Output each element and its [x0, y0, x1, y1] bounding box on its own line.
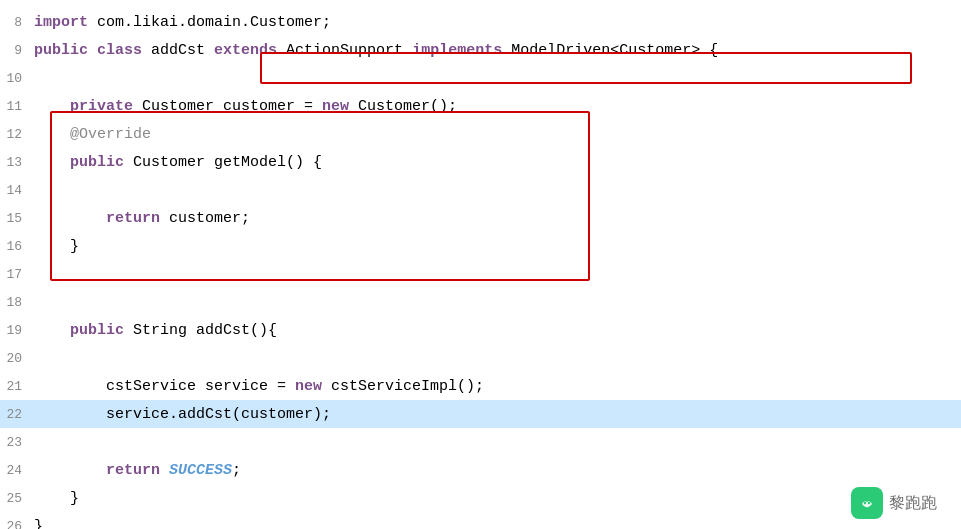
- code-line-12: 12 @Override: [0, 120, 961, 148]
- line-content-9: public class addCst extends ActionSuppor…: [30, 42, 961, 59]
- line-content-19: public String addCst(){: [30, 322, 961, 339]
- line-num-25: 25: [0, 491, 30, 506]
- line-num-14: 14: [0, 183, 30, 198]
- code-line-11: 11 private Customer customer = new Custo…: [0, 92, 961, 120]
- line-content-21: cstService service = new cstServiceImpl(…: [30, 378, 961, 395]
- line-content-25: }: [30, 490, 961, 507]
- svg-point-2: [868, 502, 870, 504]
- code-line-19: 19 public String addCst(){: [0, 316, 961, 344]
- line-content-11: private Customer customer = new Customer…: [30, 98, 961, 115]
- line-num-16: 16: [0, 239, 30, 254]
- line-num-24: 24: [0, 463, 30, 478]
- code-line-14: 14: [0, 176, 961, 204]
- line-num-20: 20: [0, 351, 30, 366]
- code-line-9: 9 public class addCst extends ActionSupp…: [0, 36, 961, 64]
- code-line-16: 16 }: [0, 232, 961, 260]
- code-line-21: 21 cstService service = new cstServiceIm…: [0, 372, 961, 400]
- code-line-20: 20: [0, 344, 961, 372]
- line-content-26: }: [30, 518, 961, 530]
- watermark-label: 黎跑跑: [889, 493, 937, 514]
- line-num-21: 21: [0, 379, 30, 394]
- line-num-18: 18: [0, 295, 30, 310]
- code-line-23: 23: [0, 428, 961, 456]
- line-num-12: 12: [0, 127, 30, 142]
- watermark-icon: [851, 487, 883, 519]
- code-line-15: 15 return customer;: [0, 204, 961, 232]
- line-content-13: public Customer getModel() {: [30, 154, 961, 171]
- line-num-23: 23: [0, 435, 30, 450]
- code-line-17: 17: [0, 260, 961, 288]
- code-line-18: 18: [0, 288, 961, 316]
- watermark: 黎跑跑: [851, 487, 937, 519]
- line-content-15: return customer;: [30, 210, 961, 227]
- line-content-16: }: [30, 238, 961, 255]
- line-num-22: 22: [0, 407, 30, 422]
- svg-point-1: [864, 502, 866, 504]
- code-line-8: 8 import com.likai.domain.Customer;: [0, 8, 961, 36]
- code-line-22: 22 service.addCst(customer);: [0, 400, 961, 428]
- line-num-10: 10: [0, 71, 30, 86]
- line-num-17: 17: [0, 267, 30, 282]
- line-content-24: return SUCCESS;: [30, 462, 961, 479]
- line-num-13: 13: [0, 155, 30, 170]
- line-num-26: 26: [0, 519, 30, 530]
- code-line-24: 24 return SUCCESS;: [0, 456, 961, 484]
- line-content-22: service.addCst(customer);: [30, 406, 961, 423]
- code-line-13: 13 public Customer getModel() {: [0, 148, 961, 176]
- line-num-19: 19: [0, 323, 30, 338]
- line-num-15: 15: [0, 211, 30, 226]
- code-line-10: 10: [0, 64, 961, 92]
- line-content-12: @Override: [30, 126, 961, 143]
- line-num-9: 9: [0, 43, 30, 58]
- line-content-8: import com.likai.domain.Customer;: [30, 14, 961, 31]
- line-num-8: 8: [0, 15, 30, 30]
- code-container: 8 import com.likai.domain.Customer; 9 pu…: [0, 8, 961, 529]
- line-num-11: 11: [0, 99, 30, 114]
- code-line-25: 25 }: [0, 484, 961, 512]
- code-line-26: 26 }: [0, 512, 961, 529]
